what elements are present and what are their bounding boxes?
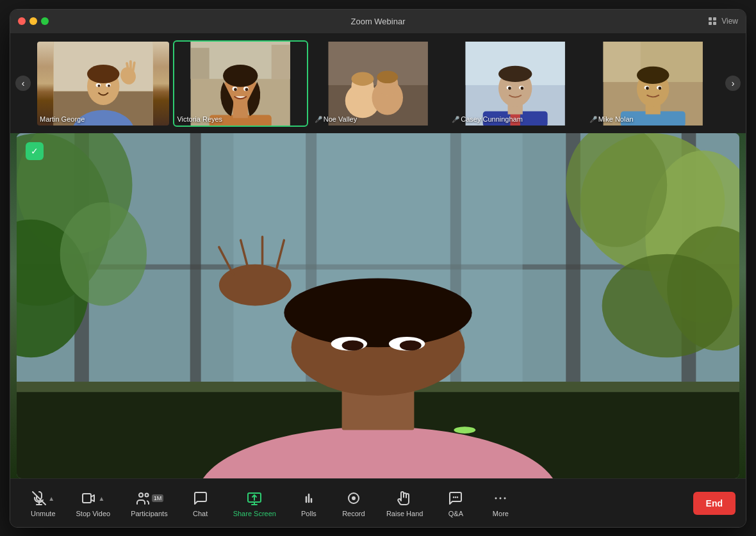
stop-video-button[interactable]: ▲ Stop Video	[66, 484, 121, 523]
svg-point-54	[637, 66, 669, 83]
svg-rect-62	[190, 133, 201, 382]
svg-point-26	[245, 88, 249, 91]
participant-name-martin: Martin George	[40, 115, 85, 123]
svg-point-99	[145, 494, 148, 497]
participants-icon	[135, 491, 151, 506]
svg-point-76	[602, 254, 732, 357]
participant-thumb-martin[interactable]: Martin George	[36, 40, 170, 127]
svg-point-42	[498, 65, 532, 81]
svg-point-111	[504, 498, 506, 499]
participant-thumb-casey[interactable]: 🎤 Casey Cunningham	[448, 40, 582, 127]
toolbar-items: ▲ Unmute ▲ Stop Video	[21, 484, 693, 523]
more-icon	[493, 491, 508, 506]
stop-video-label: Stop Video	[76, 510, 111, 517]
participant-thumb-mike[interactable]: 🎤 Mike Nolan	[586, 40, 720, 127]
svg-point-5	[87, 64, 119, 83]
svg-point-71	[60, 202, 147, 305]
svg-point-109	[495, 498, 497, 499]
verified-badge: ✓	[26, 142, 44, 160]
svg-point-31	[351, 72, 374, 85]
unmute-label: Unmute	[31, 510, 56, 517]
record-label: Record	[342, 510, 365, 517]
share-screen-button[interactable]: Share Screen	[223, 484, 286, 523]
share-screen-icon	[247, 491, 262, 506]
strip-nav-left[interactable]: ‹	[15, 76, 31, 91]
maximize-button[interactable]	[41, 17, 49, 25]
traffic-lights	[18, 17, 49, 25]
svg-point-8	[97, 84, 100, 86]
svg-point-84	[284, 278, 472, 347]
svg-point-88	[400, 340, 422, 350]
svg-line-13	[133, 62, 135, 70]
raise-hand-button[interactable]: Raise Hand	[376, 484, 433, 523]
participant-name-victoria: Victoria Reyes	[177, 115, 222, 123]
more-button[interactable]: More	[478, 484, 523, 523]
qa-label: Q&A	[448, 510, 463, 517]
camera-icon	[81, 491, 97, 506]
window-title: Zoom Webinar	[350, 17, 405, 26]
toolbar: ▲ Unmute ▲ Stop Video	[10, 478, 746, 528]
participants-label: Participants	[131, 510, 167, 517]
svg-point-45	[508, 86, 511, 90]
participant-strip: ‹	[10, 34, 746, 133]
record-icon	[346, 491, 361, 506]
participant-name-noe: Noe Valley	[324, 115, 357, 123]
main-video-area: ✓	[10, 133, 746, 478]
raise-hand-label: Raise Hand	[386, 510, 423, 517]
svg-point-108	[352, 496, 356, 500]
close-button[interactable]	[18, 17, 26, 25]
mute-icon-noe: 🎤	[315, 116, 322, 123]
participants-button[interactable]: 1M Participants	[120, 484, 177, 523]
participant-name-casey: Casey Cunningham	[461, 115, 523, 123]
svg-point-110	[500, 498, 502, 499]
chat-label: Chat	[193, 510, 208, 517]
svg-point-58	[658, 86, 661, 90]
svg-rect-49	[603, 42, 640, 82]
svg-point-22	[223, 64, 258, 86]
svg-point-89	[219, 264, 292, 305]
minimize-button[interactable]	[29, 17, 37, 25]
stop-video-arrow: ▲	[98, 495, 104, 502]
raise-hand-icon	[397, 491, 413, 506]
svg-point-25	[234, 88, 237, 91]
qa-button[interactable]: Q&A	[433, 484, 478, 523]
view-grid-icon	[709, 17, 716, 25]
mute-icon-mike: 🎤	[589, 116, 597, 123]
svg-point-98	[139, 493, 143, 497]
polls-label: Polls	[301, 510, 316, 517]
unmute-button[interactable]: ▲ Unmute	[21, 484, 66, 523]
participant-name-mike: Mike Nolan	[598, 115, 634, 123]
svg-rect-16	[191, 47, 210, 79]
svg-point-34	[377, 70, 398, 83]
svg-point-87	[342, 340, 364, 350]
participant-thumb-noe[interactable]: 🎤 Noe Valley	[311, 40, 445, 127]
svg-line-11	[127, 63, 128, 69]
svg-point-9	[108, 84, 110, 86]
participant-thumb-victoria[interactable]: Victoria Reyes	[173, 40, 308, 127]
mute-icon-casey: 🎤	[452, 116, 459, 123]
zoom-window: Zoom Webinar View ‹	[10, 9, 746, 528]
share-screen-label: Share Screen	[233, 510, 276, 517]
strip-nav-right[interactable]: ›	[725, 76, 741, 91]
participants-badge: 1M	[152, 494, 164, 502]
chat-icon	[193, 491, 208, 506]
svg-point-94	[454, 426, 475, 434]
svg-point-57	[646, 86, 649, 90]
title-bar: Zoom Webinar View	[10, 10, 746, 34]
end-button[interactable]: End	[693, 492, 735, 515]
chat-button[interactable]: Chat	[178, 484, 223, 523]
svg-point-46	[521, 86, 524, 90]
more-label: More	[493, 510, 509, 517]
unmute-arrow: ▲	[48, 495, 54, 502]
microphone-muted-icon	[31, 491, 47, 506]
record-button[interactable]: Record	[331, 484, 376, 523]
polls-button[interactable]: Polls	[286, 484, 331, 523]
view-button[interactable]: View	[709, 17, 738, 26]
qa-icon	[448, 491, 463, 506]
polls-icon	[301, 491, 316, 506]
svg-rect-17	[272, 44, 290, 78]
